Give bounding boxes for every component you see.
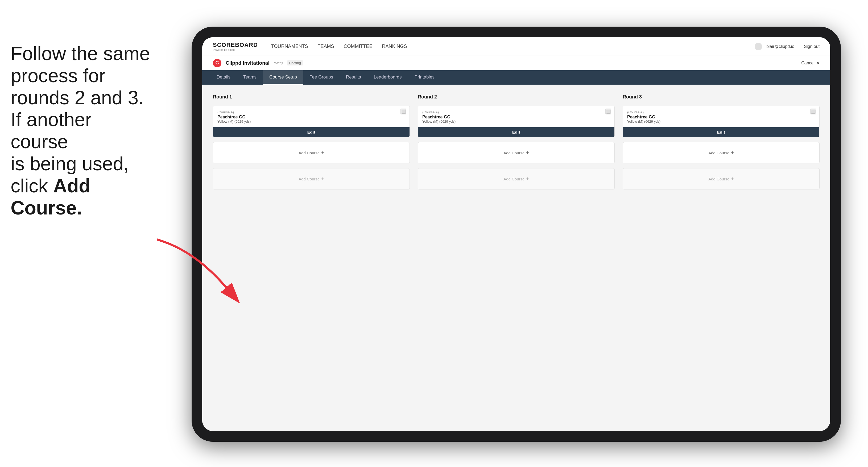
round-2-course-details: Yellow (M) (6629 yds) [422, 120, 610, 123]
user-avatar [755, 43, 762, 50]
round-1-add-course-label-1: Add Course + [299, 150, 324, 156]
round-3-course-card: ⬜ (Course A) Peachtree GC Yellow (M) (66… [623, 106, 819, 137]
screen: SCOREBOARD Powered by clippd TOURNAMENTS… [202, 37, 830, 431]
round-2-course-name: Peachtree GC [422, 115, 610, 120]
round-2-edit-button[interactable]: Edit [418, 127, 614, 137]
round-1-add-course-label-2: Add Course + [299, 176, 324, 182]
round-2-add-course-label-1: Add Course + [503, 150, 529, 156]
round-3-add-course-text-1: Add Course [708, 151, 730, 155]
tab-tee-groups[interactable]: Tee Groups [303, 70, 340, 85]
round-3-title: Round 3 [623, 94, 819, 100]
nav-teams[interactable]: TEAMS [318, 44, 334, 49]
round-2-add-course-text-2: Add Course [503, 177, 524, 181]
instruction-text: Follow the same process for rounds 2 and… [0, 42, 165, 219]
round-1-course-inner: ⬜ (Course A) Peachtree GC Yellow (M) (66… [213, 106, 409, 127]
round-2-plus-icon-2: + [526, 176, 529, 182]
nav-rankings[interactable]: RANKINGS [382, 44, 407, 49]
round-2-add-course-1[interactable]: Add Course + [418, 142, 615, 163]
round-3-add-course-1[interactable]: Add Course + [623, 142, 819, 163]
nav-left: SCOREBOARD Powered by clippd TOURNAMENTS… [213, 41, 407, 51]
round-1-add-course-text-2: Add Course [299, 177, 319, 181]
round-1-add-course-2: Add Course + [213, 168, 410, 189]
round-1-plus-icon-2: + [321, 176, 324, 182]
instruction-line6: click [11, 175, 53, 196]
tab-course-setup[interactable]: Course Setup [263, 70, 303, 85]
round-1-title: Round 1 [213, 94, 410, 100]
pipe: | [799, 44, 800, 49]
round-3-course-label: (Course A) [627, 110, 815, 114]
main-content: Round 1 ⬜ (Course A) Peachtree GC Yellow… [202, 85, 830, 431]
round-2-column: Round 2 ⬜ (Course A) Peachtree GC Yellow… [418, 94, 615, 189]
rounds-grid: Round 1 ⬜ (Course A) Peachtree GC Yellow… [213, 94, 819, 189]
round-2-add-course-label-2: Add Course + [503, 176, 529, 182]
cancel-button[interactable]: Cancel ✕ [801, 60, 819, 65]
round-3-column: Round 3 ⬜ (Course A) Peachtree GC Yellow… [623, 94, 819, 189]
scoreboard-logo: SCOREBOARD Powered by clippd [213, 41, 258, 51]
round-1-edit-button[interactable]: Edit [213, 127, 409, 137]
round-2-delete-icon[interactable]: ⬜ [606, 108, 611, 115]
sign-out-link[interactable]: Sign out [804, 44, 819, 49]
cancel-label: Cancel [801, 61, 814, 65]
nav-committee[interactable]: COMMITTEE [344, 44, 373, 49]
round-3-add-course-2: Add Course + [623, 168, 819, 189]
tournament-name: Clippd Invitational [226, 60, 270, 66]
round-1-plus-icon-1: + [321, 150, 324, 156]
round-2-course-label: (Course A) [422, 110, 610, 114]
nav-tournaments[interactable]: TOURNAMENTS [271, 44, 308, 49]
round-3-course-details: Yellow (M) (6629 yds) [627, 120, 815, 123]
round-1-column: Round 1 ⬜ (Course A) Peachtree GC Yellow… [213, 94, 410, 189]
instruction-line4: If another course [11, 109, 92, 152]
nav-right: blair@clippd.io | Sign out [755, 43, 819, 50]
close-icon: ✕ [816, 60, 819, 65]
top-nav: SCOREBOARD Powered by clippd TOURNAMENTS… [202, 37, 830, 56]
user-email: blair@clippd.io [766, 44, 794, 49]
round-3-add-course-label-2: Add Course + [708, 176, 734, 182]
tab-teams[interactable]: Teams [237, 70, 263, 85]
round-3-plus-icon-1: + [731, 150, 734, 156]
tab-bar: Details Teams Course Setup Tee Groups Re… [202, 70, 830, 85]
hosting-badge: Hosting [287, 60, 303, 65]
tab-details[interactable]: Details [210, 70, 237, 85]
tab-printables[interactable]: Printables [408, 70, 441, 85]
round-1-add-course-1[interactable]: Add Course + [213, 142, 410, 163]
round-3-course-name: Peachtree GC [627, 115, 815, 120]
round-2-title: Round 2 [418, 94, 615, 100]
sub-header-left: C Clippd Invitational (Men) Hosting [213, 59, 303, 67]
round-2-plus-icon-1: + [526, 150, 529, 156]
round-1-course-name: Peachtree GC [217, 115, 405, 120]
round-3-plus-icon-2: + [731, 176, 734, 182]
tab-results[interactable]: Results [340, 70, 368, 85]
sub-header: C Clippd Invitational (Men) Hosting Canc… [202, 56, 830, 70]
instruction-line2: process for [11, 65, 105, 86]
tab-leaderboards[interactable]: Leaderboards [368, 70, 408, 85]
round-1-course-details: Yellow (M) (6629 yds) [217, 120, 405, 123]
instruction-line5: is being used, [11, 153, 129, 174]
instruction-line3: rounds 2 and 3. [11, 87, 144, 108]
round-2-course-card: ⬜ (Course A) Peachtree GC Yellow (M) (66… [418, 106, 615, 137]
round-1-delete-icon[interactable]: ⬜ [400, 108, 406, 115]
round-1-course-card: ⬜ (Course A) Peachtree GC Yellow (M) (66… [213, 106, 410, 137]
round-1-add-course-text-1: Add Course [299, 151, 319, 155]
round-3-edit-button[interactable]: Edit [623, 127, 819, 137]
round-2-add-course-2: Add Course + [418, 168, 615, 189]
round-3-course-inner: ⬜ (Course A) Peachtree GC Yellow (M) (66… [623, 106, 819, 127]
tablet: SCOREBOARD Powered by clippd TOURNAMENTS… [192, 27, 841, 442]
nav-links: TOURNAMENTS TEAMS COMMITTEE RANKINGS [271, 44, 407, 49]
round-1-course-label: (Course A) [217, 110, 405, 114]
instruction-line1: Follow the same [11, 43, 150, 64]
round-3-delete-icon[interactable]: ⬜ [810, 108, 816, 115]
round-2-course-inner: ⬜ (Course A) Peachtree GC Yellow (M) (66… [418, 106, 614, 127]
gender-badge: (Men) [274, 61, 283, 65]
logo-sub-text: Powered by clippd [213, 49, 258, 51]
round-3-add-course-label-1: Add Course + [708, 150, 734, 156]
round-2-add-course-text-1: Add Course [503, 151, 524, 155]
round-3-add-course-text-2: Add Course [708, 177, 730, 181]
clippd-icon: C [213, 59, 221, 67]
logo-text: SCOREBOARD [213, 41, 258, 49]
